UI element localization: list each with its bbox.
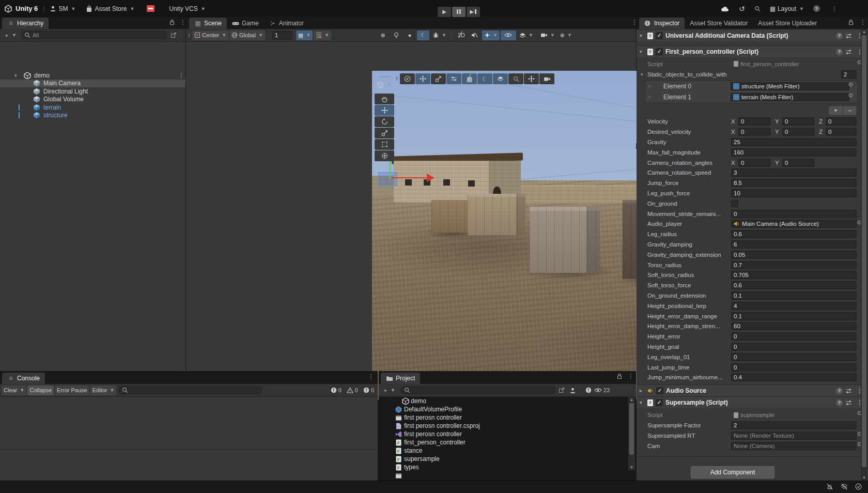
scene-kebab-icon[interactable]: ⋮: [176, 72, 187, 79]
add-component-button[interactable]: Add Component: [691, 466, 774, 479]
tab-scene[interactable]: ▦ Scene: [189, 18, 227, 29]
play-button[interactable]: ▶: [438, 7, 451, 17]
help-icon[interactable]: ?: [836, 49, 843, 55]
project-item-clipped[interactable]: [379, 471, 628, 479]
info-count-badge[interactable]: 0: [328, 387, 344, 393]
drag-handle-icon[interactable]: ≡: [648, 97, 651, 98]
value-field[interactable]: 0: [731, 210, 857, 218]
project-item-defaultvolumeprofile[interactable]: DefaultVolumeProfile: [379, 405, 628, 413]
visible-items-badge[interactable]: 23: [592, 387, 612, 393]
collapse-button[interactable]: Collapse: [27, 386, 54, 395]
axis-field-x[interactable]: 0: [738, 117, 770, 126]
value-field[interactable]: 0.705: [731, 271, 857, 279]
axis-field-x[interactable]: 0: [738, 159, 770, 167]
value-field[interactable]: 10: [731, 189, 857, 197]
project-item-demo[interactable]: demo: [379, 397, 628, 405]
scroll-down-icon[interactable]: ▼: [628, 465, 635, 470]
value-field[interactable]: 0.4: [731, 373, 857, 381]
grid-snap-overlay-button[interactable]: ▦╱: [462, 73, 477, 84]
project-scrollbar[interactable]: ▲ ▼: [628, 397, 635, 470]
console-splitter[interactable]: [0, 450, 378, 450]
help-icon[interactable]: ?: [813, 5, 820, 12]
popout-icon[interactable]: [559, 387, 565, 393]
remove-element-button[interactable]: −: [843, 106, 857, 115]
transform-tool[interactable]: [375, 150, 394, 161]
view-options-dropdown[interactable]: ▼: [375, 79, 396, 90]
hierarchy-item-directional-light[interactable]: Directional Light: [0, 87, 185, 96]
tool-handle-pivot-dropdown[interactable]: Center▼: [192, 30, 228, 40]
axis-field-z[interactable]: 0: [826, 128, 857, 136]
collab-disabled-icon[interactable]: [841, 483, 848, 490]
toolbar-kebab-icon[interactable]: ⋮: [829, 5, 840, 12]
help-icon[interactable]: ?: [836, 388, 843, 394]
console-kebab-icon[interactable]: ⋮: [366, 373, 376, 380]
tab-asset-store-uploader[interactable]: Asset Store Uploader: [753, 18, 822, 29]
value-field[interactable]: 0: [731, 353, 857, 361]
scroll-up-icon[interactable]: ▲: [861, 29, 867, 34]
array-size-field[interactable]: 2: [841, 70, 857, 79]
foldout-icon[interactable]: ▾: [640, 49, 645, 54]
presets-icon[interactable]: [845, 400, 852, 406]
camera-settings-dropdown[interactable]: ▼: [538, 30, 557, 40]
axis-field-y[interactable]: 0: [782, 128, 814, 136]
value-field[interactable]: 25: [731, 138, 857, 146]
value-field[interactable]: 8.5: [731, 179, 857, 187]
enabled-checkbox[interactable]: ✓: [656, 387, 663, 394]
value-field[interactable]: 0.6: [731, 281, 857, 289]
hierarchy-item-global-volume[interactable]: Global Volume: [0, 96, 185, 104]
axis-field-y[interactable]: 0: [782, 117, 814, 126]
notifications-muted-icon[interactable]: [826, 483, 833, 490]
foldout-icon[interactable]: ▾: [641, 72, 646, 77]
layers-overlay-button[interactable]: [493, 73, 508, 84]
project-item-first-person-controller[interactable]: #first_person_controller: [379, 438, 628, 446]
popout-icon[interactable]: [171, 32, 177, 38]
scene-lighting-toggle[interactable]: [390, 30, 402, 40]
asset-store-menu[interactable]: Asset Store▼: [86, 0, 134, 17]
pause-button[interactable]: [452, 7, 466, 17]
tab-console[interactable]: ≡ Console: [2, 373, 45, 384]
component-header-universal-additional-camera-data-script-[interactable]: ▾#✓Universal Additional Camera Data (Scr…: [637, 29, 868, 41]
step-button[interactable]: ▶: [467, 7, 480, 17]
transform-overlay-button[interactable]: [431, 73, 446, 84]
orientation-overlay-button[interactable]: [400, 73, 415, 84]
create-asset-button[interactable]: ＋▼: [380, 386, 397, 395]
value-field[interactable]: 0: [731, 343, 857, 351]
object-picker-icon[interactable]: ⊙: [848, 92, 853, 99]
value-field[interactable]: 6: [731, 240, 857, 249]
value-field[interactable]: 0: [731, 332, 857, 341]
project-item-supersample[interactable]: #supersample: [379, 455, 628, 463]
value-field[interactable]: 0.05: [731, 251, 857, 259]
object-field[interactable]: structure (Mesh Filter): [731, 82, 849, 90]
overlay-handle-icon[interactable]: ——: [375, 73, 395, 79]
value-field[interactable]: 0: [731, 363, 857, 372]
hidden-packages-icon[interactable]: [585, 387, 592, 393]
component-header-audio-source[interactable]: ▸✓Audio Source?⋮: [637, 384, 868, 396]
presets-icon[interactable]: [845, 388, 852, 394]
tab-hierarchy[interactable]: ≡ Hierarchy: [2, 18, 49, 29]
help-icon[interactable]: ?: [836, 33, 843, 39]
selected-object-bounds[interactable]: [378, 172, 397, 186]
object-field[interactable]: None (Render Texture): [731, 432, 857, 440]
move-overlay-button[interactable]: [415, 73, 430, 84]
lock-icon[interactable]: [169, 19, 175, 25]
value-checkbox[interactable]: [731, 200, 738, 207]
lighting-visualization-toggle[interactable]: ☾: [417, 30, 429, 40]
value-field[interactable]: 0.6: [731, 230, 857, 238]
crate[interactable]: [530, 207, 600, 273]
hierarchy-item-terrain[interactable]: terrain: [0, 103, 185, 112]
grid-snapping-toggle[interactable]: ▦▼: [296, 30, 313, 40]
object-picker-icon[interactable]: ⊙: [848, 81, 853, 88]
tab-inspector[interactable]: Inspector: [639, 18, 685, 29]
gizmos-dropdown[interactable]: ⊕▼: [558, 30, 574, 40]
hierarchy-search-input[interactable]: All: [21, 31, 167, 39]
view-tool[interactable]: [375, 94, 394, 104]
value-field[interactable]: 0.7: [731, 261, 857, 269]
value-field[interactable]: 2: [731, 421, 857, 429]
project-item-first-perosn-controller[interactable]: first perosn controller: [379, 430, 628, 438]
rotate-tool[interactable]: [375, 116, 394, 127]
render-doc-toggle[interactable]: ⊕: [377, 30, 389, 40]
component-header-first-person-controller-script-[interactable]: ▾#✓First_person_controller (Script)?⋮: [637, 45, 868, 57]
foldout-icon[interactable]: ▾: [14, 73, 17, 78]
project-item-stance[interactable]: #stance: [379, 446, 628, 455]
add-element-button[interactable]: +: [829, 106, 843, 115]
